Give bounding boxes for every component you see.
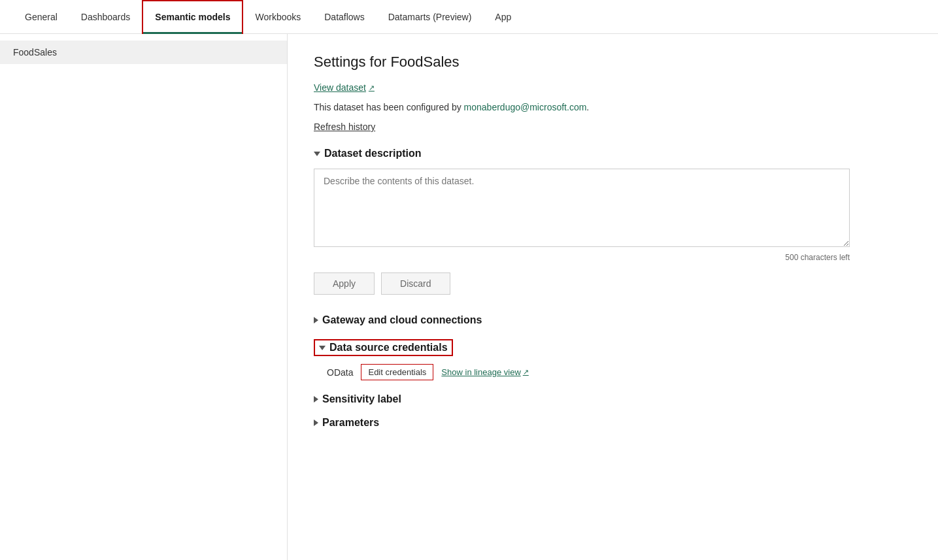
view-dataset-link[interactable]: View dataset ↗ (314, 82, 375, 93)
parameters-section: Parameters (314, 417, 912, 429)
sensitivity-section: Sensitivity label (314, 393, 912, 405)
lineage-external-link-icon: ↗ (523, 368, 529, 376)
dataset-email-link[interactable]: monaberdugo@microsoft.com (464, 102, 587, 112)
top-navigation: General Dashboards Semantic models Workb… (0, 0, 938, 34)
expand-triangle-icon (314, 317, 318, 323)
apply-button[interactable]: Apply (314, 272, 375, 295)
show-in-lineage-link[interactable]: Show in lineage view ↗ (441, 367, 528, 377)
sidebar: FoodSales (0, 34, 288, 560)
nav-item-dataflows[interactable]: Dataflows (312, 1, 376, 33)
nav-item-workbooks[interactable]: Workbooks (243, 1, 312, 33)
main-layout: FoodSales Settings for FoodSales View da… (0, 34, 938, 560)
odata-label: OData (327, 367, 353, 378)
data-source-header-label: Data source credentials (329, 342, 448, 354)
dataset-info-prefix: This dataset has been configured by (314, 102, 464, 112)
parameters-header-label: Parameters (322, 417, 379, 429)
collapse-triangle-icon (314, 152, 320, 156)
parameters-expand-icon (314, 420, 318, 426)
edit-credentials-button[interactable]: Edit credentials (361, 364, 433, 380)
dataset-description-header: Dataset description (324, 148, 421, 159)
gateway-section-header[interactable]: Gateway and cloud connections (314, 314, 912, 326)
dataset-description-section-header[interactable]: Dataset description (314, 148, 912, 159)
description-textarea[interactable] (314, 169, 850, 247)
parameters-section-header[interactable]: Parameters (314, 417, 912, 429)
data-source-section: Data source credentials OData Edit crede… (314, 339, 912, 380)
char-count: 500 characters left (314, 253, 850, 262)
nav-item-app[interactable]: App (483, 1, 523, 33)
page-title: Settings for FoodSales (314, 54, 912, 71)
gateway-section: Gateway and cloud connections (314, 314, 912, 326)
refresh-history-link[interactable]: Refresh history (314, 122, 375, 132)
dataset-info: This dataset has been configured by mona… (314, 102, 912, 112)
data-source-section-header[interactable]: Data source credentials (314, 339, 453, 356)
data-source-collapse-icon (319, 346, 326, 350)
gateway-header-label: Gateway and cloud connections (322, 314, 482, 326)
nav-item-semantic-models[interactable]: Semantic models (142, 0, 243, 34)
dataset-info-suffix: . (586, 102, 589, 112)
content-area: Settings for FoodSales View dataset ↗ Th… (288, 34, 938, 560)
sensitivity-section-header[interactable]: Sensitivity label (314, 393, 912, 405)
sidebar-item-foodsales[interactable]: FoodSales (0, 41, 287, 64)
nav-item-general[interactable]: General (13, 1, 69, 33)
view-dataset-label: View dataset (314, 82, 366, 93)
odata-row: OData Edit credentials Show in lineage v… (314, 364, 912, 380)
description-actions: Apply Discard (314, 272, 912, 295)
external-link-icon: ↗ (369, 84, 375, 92)
nav-item-datamarts[interactable]: Datamarts (Preview) (377, 1, 484, 33)
discard-button[interactable]: Discard (381, 272, 450, 295)
lineage-link-label: Show in lineage view (441, 367, 520, 377)
sensitivity-header-label: Sensitivity label (322, 393, 401, 405)
sensitivity-expand-icon (314, 396, 318, 403)
nav-item-dashboards[interactable]: Dashboards (69, 1, 142, 33)
